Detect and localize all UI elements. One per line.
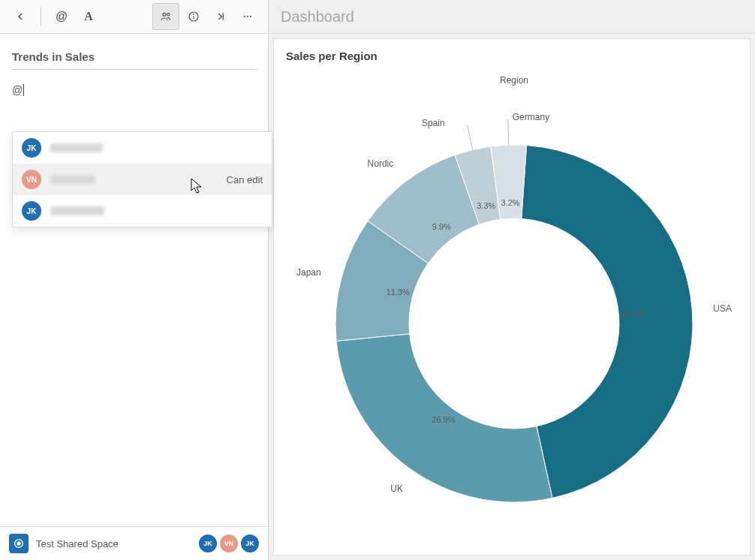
svg-point-6 (244, 16, 245, 17)
svg-point-0 (163, 13, 166, 16)
svg-point-7 (247, 16, 248, 17)
mention-name-blurred (50, 143, 103, 152)
mention-suggestions-popup: JK VN Can edit JK (12, 131, 272, 227)
people-icon (160, 11, 172, 23)
collapse-button[interactable] (208, 4, 233, 29)
footer-avatars: JK VN JK (199, 534, 259, 552)
leader-line (468, 125, 473, 149)
avatar: JK (22, 138, 41, 158)
space-icon (13, 537, 25, 549)
notes-toolbar: @ A (0, 0, 268, 34)
mention-option[interactable]: VN Can edit (13, 164, 272, 195)
space-badge[interactable] (9, 534, 29, 553)
svg-point-4 (194, 14, 194, 15)
mention-name-blurred (50, 206, 104, 215)
mention-trigger-text: @ (12, 84, 23, 96)
back-button[interactable] (8, 4, 33, 29)
more-button[interactable] (235, 4, 260, 29)
avatar[interactable]: JK (241, 534, 259, 552)
space-name: Test Shared Space (36, 538, 119, 549)
note-body-line[interactable]: @ (12, 83, 256, 97)
info-icon (188, 11, 200, 23)
note-editor[interactable]: @ JK VN Can edit JK (0, 34, 268, 526)
slice-label: Japan (296, 267, 321, 278)
notes-sidebar: @ A (0, 0, 269, 560)
slice-label: Germany (513, 112, 549, 122)
note-title-input[interactable] (12, 47, 256, 70)
avatar: VN (22, 170, 41, 189)
mention-name-blurred (50, 175, 95, 184)
letter-a-icon: A (84, 10, 93, 23)
page-title: Dashboard (269, 0, 755, 34)
avatar: JK (22, 201, 41, 221)
slice-label: UK (390, 483, 403, 494)
slice-label: Spain (422, 118, 445, 128)
pct-label: 3.3% (477, 201, 495, 210)
toolbar-divider (41, 8, 41, 26)
slice-label: Nordic (368, 158, 394, 169)
pct-label: 45.5% (622, 309, 645, 318)
main-panel: Dashboard Sales per Region 45.5%26.9%11.… (269, 0, 755, 560)
more-horizontal-icon (242, 11, 254, 23)
pct-label: 3.2% (501, 198, 520, 207)
mention-option[interactable]: JK (13, 195, 272, 227)
svg-point-8 (250, 16, 251, 17)
pct-label: 26.9% (432, 415, 455, 424)
slice-label: USA (713, 303, 732, 314)
donut-slice-usa[interactable] (522, 146, 693, 498)
mention-button[interactable]: @ (49, 4, 74, 29)
collaborators-button[interactable] (152, 3, 179, 30)
collapse-right-icon (215, 11, 227, 23)
svg-point-1 (167, 14, 170, 16)
pct-label: 11.3% (387, 288, 410, 297)
chevron-left-icon (14, 11, 26, 23)
sidebar-footer: Test Shared Space JK VN JK (0, 526, 268, 560)
donut-chart[interactable]: 45.5%26.9%11.3%9.9%3.3%3.2%USAUKJapanNor… (286, 62, 742, 547)
pct-label: 9.9% (432, 222, 451, 231)
mention-permission-label: Can edit (227, 174, 263, 185)
svg-point-10 (17, 542, 20, 545)
at-sign-icon: @ (56, 10, 68, 23)
info-button[interactable] (181, 4, 206, 29)
avatar[interactable]: JK (199, 534, 217, 552)
avatar[interactable]: VN (220, 534, 238, 552)
text-style-button[interactable]: A (76, 4, 101, 29)
mention-option[interactable]: JK (13, 132, 272, 164)
chart-legend-title: Region (500, 75, 528, 86)
chart-card: Sales per Region 45.5%26.9%11.3%9.9%3.3%… (273, 38, 750, 555)
text-caret (23, 84, 24, 96)
leader-line (508, 119, 509, 145)
